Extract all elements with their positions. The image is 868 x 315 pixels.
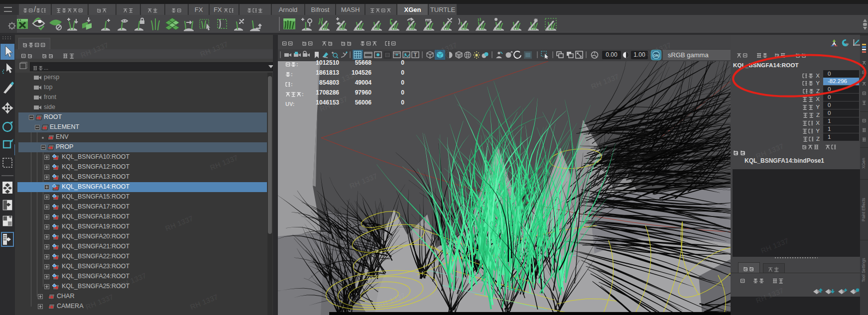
svg-text:T: T: [414, 52, 417, 58]
